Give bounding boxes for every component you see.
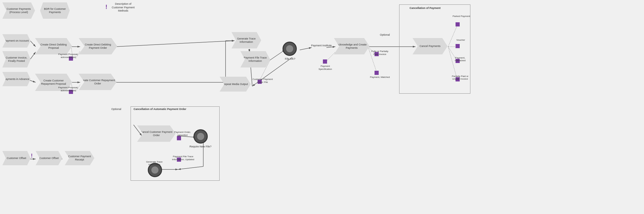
label-trace-updated: Payment File Trace Information, Updated [172, 155, 195, 161]
create-direct-debiting-order[interactable]: Create Direct Debiting Payment Order [79, 38, 117, 54]
gateway-require-new-file [193, 129, 208, 144]
label-file-ok: File OK? [280, 57, 300, 60]
exclamation-customer-offset: ! [31, 153, 33, 159]
data-obj-parked-payment [456, 22, 460, 26]
acp-label: Acknowledge and Create Payments [334, 43, 369, 50]
ccpo-label: Cancel Customer Payment Order [137, 130, 176, 138]
label-optional-1: Optional [380, 33, 390, 36]
cancel-customer-payment-order[interactable]: Cancel Customer Payment Order [137, 125, 176, 142]
payment-account-label: Payment on Account [3, 39, 30, 43]
exclamation-description: ! [105, 4, 107, 10]
data-obj-payment-spec [323, 59, 327, 64]
ccro-label: Create Customer Repayment Order [79, 78, 117, 86]
label-partially-paid: Partially Paid or Unpaid Invoice [451, 75, 470, 80]
bdr-customer-payments: BDR for Customer Payments [40, 2, 70, 19]
label-parked-payment: Parked Payment [452, 15, 471, 18]
payments-advance-label: Payments in Advance [2, 77, 31, 81]
label-payment-rollbacked: Payment, rollbacked [451, 56, 470, 62]
gti-label: Generate Trace Information [231, 37, 261, 44]
auto-cancel-box [131, 106, 220, 181]
label-cpo-file: Customer Payment Order File [252, 78, 273, 84]
payment-institute-label: Payment Institute [311, 44, 332, 47]
repeat-media-output[interactable]: Repeat Media Output [220, 77, 251, 92]
payment-file-trace-info[interactable]: Payment File Trace Information [240, 51, 270, 67]
customer-offset-shape[interactable]: Customer Offset [36, 151, 62, 165]
description-label: Description of Customer Payment Methods [110, 2, 137, 13]
start-customer-payments: Customer Payments (Process Level) [2, 2, 35, 19]
start-payments-advance: Payments in Advance [2, 72, 31, 86]
auto-cancel-title: Cancellation of Automatic Payment Order [134, 108, 186, 111]
data-obj-voucher [456, 44, 460, 48]
ccrp-label: Create Customer Repayment Proposal [35, 78, 72, 86]
generate-trace-info[interactable]: Generate Trace Information [231, 32, 261, 48]
start-customer-payments-label: Customer Payments (Process Level) [2, 7, 35, 15]
cancellation-box-title: Cancellation of Payment [410, 7, 441, 10]
start-payment-account: Payment on Account [2, 34, 31, 48]
acknowledge-create-payments[interactable]: Acknowledge and Create Payments [334, 38, 369, 54]
cddp-label: Create Direct Debiting Proposal [35, 43, 72, 50]
cpr-label: Customer Payment Receipt [65, 154, 94, 162]
flow-arrows [0, 0, 644, 214]
process-diagram: Customer Payments (Process Level) BDR fo… [0, 0, 644, 214]
label-payment-spec: Payment Specification [315, 65, 336, 70]
label-proposal-ack-2: Payment Proposal,acknowledged [58, 86, 79, 92]
svg-line-3 [30, 52, 36, 60]
create-customer-repayment-order[interactable]: Create Customer Repayment Order [79, 74, 117, 90]
gateway-file-ok [283, 42, 297, 56]
svg-line-4 [30, 80, 36, 82]
label-voucher: Voucher [454, 39, 467, 41]
start-invoice-posted: Customer Invoice, Finally Posted [2, 51, 31, 67]
svg-line-17 [300, 48, 312, 50]
start-customer-offset: Customer Offset [2, 151, 31, 165]
customer-payment-receipt[interactable]: Customer Payment Receipt [65, 151, 94, 165]
label-payment-matched: Payment, Matched [369, 76, 390, 79]
pfti-label: Payment File Trace Information [240, 56, 270, 63]
svg-line-2 [30, 40, 36, 47]
label-proposal-ack-1: Payment Proposal,acknowledged [58, 53, 79, 59]
data-obj-order-cancelled [177, 136, 181, 140]
label-generate-trace-inner: Generate Trace Information [142, 160, 166, 166]
label-optional-2: Optional [111, 108, 121, 111]
label-order-cancelled: Payment Order, cancelled [172, 131, 193, 136]
create-direct-debiting-proposal[interactable]: Create Direct Debiting Proposal [35, 38, 72, 54]
label-require-new-file: Require New File? [189, 145, 212, 148]
svg-line-11 [116, 41, 234, 47]
invoice-posted-label: Customer Invoice, Finally Posted [2, 56, 31, 63]
cust-offset-start-label: Customer Offset [6, 156, 27, 160]
rmo-label: Repeat Media Output [221, 82, 249, 86]
label-fully-paid: Fully or Partially Paid Invoice [369, 50, 390, 56]
bdr-label: BDR for Customer Payments [40, 7, 70, 15]
cancellation-box [399, 4, 470, 94]
customer-offset-label: Customer Offset [38, 156, 60, 160]
data-obj-payment-matched [375, 71, 379, 75]
cddo-label: Create Direct Debiting Payment Order [79, 43, 117, 50]
